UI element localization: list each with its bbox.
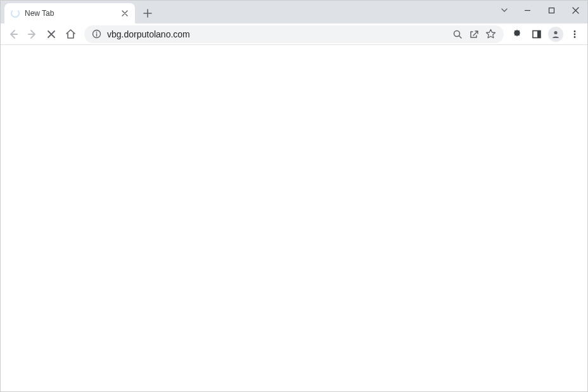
back-button[interactable] [4,25,22,43]
side-panel-button[interactable] [528,25,546,43]
home-button[interactable] [61,25,79,43]
browser-tab[interactable]: New Tab [4,3,135,23]
forward-button[interactable] [23,25,41,43]
share-button[interactable] [466,26,482,42]
page-content [1,45,587,391]
magnifier-icon [452,29,463,39]
maximize-button[interactable] [539,1,563,20]
home-icon [65,29,76,39]
tab-strip: New Tab [1,1,587,23]
star-icon [485,29,496,39]
svg-rect-5 [537,30,540,37]
panel-icon [532,29,542,39]
kebab-icon [570,30,579,39]
svg-point-8 [574,33,576,35]
plus-icon [143,9,152,18]
close-icon [47,30,56,39]
minimize-button[interactable] [515,1,539,20]
svg-point-6 [554,30,557,34]
menu-button[interactable] [566,25,584,43]
site-info-button[interactable] [91,29,102,40]
svg-point-2 [96,32,97,33]
close-icon [572,7,579,14]
arrow-right-icon [27,29,38,40]
close-icon [122,10,128,16]
arrow-left-icon [8,29,19,40]
share-icon [469,29,479,39]
toolbar: vbg.dorputolano.com [1,23,587,45]
bookmark-button[interactable] [482,26,499,42]
url-text: vbg.dorputolano.com [107,29,449,39]
window-controls [494,1,587,20]
puzzle-icon [513,29,523,39]
avatar [548,27,563,42]
address-bar[interactable]: vbg.dorputolano.com [84,25,504,43]
info-icon [92,29,101,39]
person-icon [551,29,561,39]
profile-button[interactable] [547,25,565,43]
svg-point-9 [574,36,576,38]
browser-window: New Tab [0,0,588,392]
tab-title: New Tab [25,9,120,18]
close-tab-button[interactable] [120,8,130,18]
new-tab-button[interactable] [139,4,157,22]
svg-point-7 [574,30,576,32]
stop-button[interactable] [42,25,60,43]
svg-rect-0 [549,8,554,13]
toolbar-right [509,25,584,43]
extensions-button[interactable] [509,25,527,43]
window-close-button[interactable] [563,1,587,20]
tab-search-button[interactable] [494,1,515,20]
loading-spinner-icon [11,9,20,18]
minimize-icon [524,7,531,14]
chevron-down-icon [501,6,508,14]
maximize-icon [548,7,555,14]
zoom-button[interactable] [449,26,466,42]
